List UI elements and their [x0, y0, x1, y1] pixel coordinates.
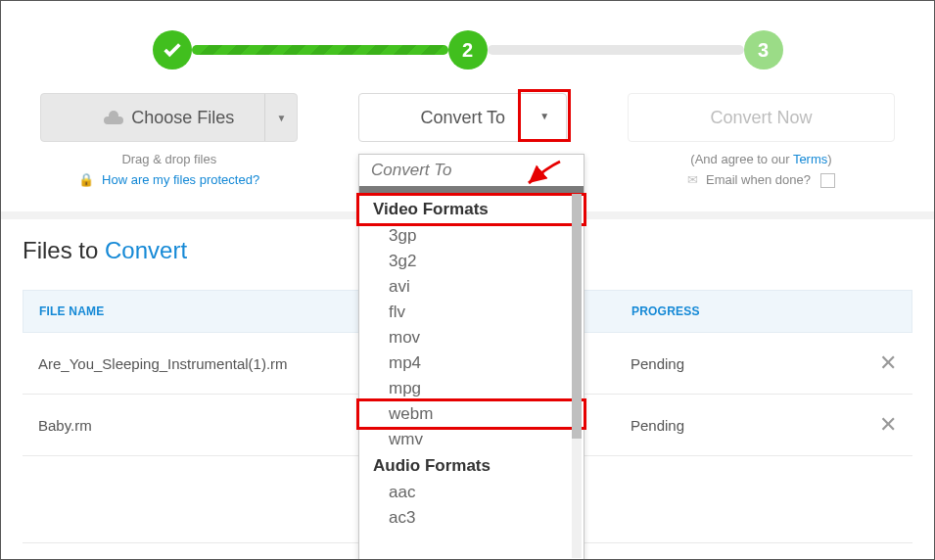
check-icon [162, 39, 183, 61]
agree-terms: (And agree to our Terms) [628, 152, 895, 166]
lock-icon: 🔒 [78, 172, 94, 187]
dropdown-item-flv[interactable]: flv [359, 300, 584, 325]
progress-bar-2 [488, 45, 744, 55]
choose-files-dropdown-toggle[interactable]: ▼ [264, 94, 297, 141]
dropdown-item-ac3[interactable]: ac3 [359, 505, 584, 531]
step-2-active: 2 [448, 30, 488, 70]
dropdown-item-mov[interactable]: mov [359, 325, 584, 350]
file-progress: Pending [631, 417, 867, 434]
drag-drop-hint: Drag & drop files [40, 152, 299, 166]
progress-bar-1 [192, 45, 448, 55]
email-when-done-checkbox[interactable] [820, 173, 835, 188]
file-progress: Pending [631, 355, 867, 372]
step-indicator: 2 3 [1, 1, 934, 93]
convert-to-label: Convert To [420, 108, 505, 128]
dropdown-category-audio: Audio Formats [359, 452, 584, 480]
annotation-arrow-icon [523, 160, 562, 189]
dropdown-item-wmv[interactable]: wmv [359, 427, 584, 452]
step-1-done [153, 30, 192, 70]
col-progress: PROGRESS [631, 304, 866, 318]
choose-files-button[interactable]: ↑ Choose Files ▼ [40, 93, 298, 142]
convert-now-button[interactable]: Convert Now [628, 93, 895, 142]
dropdown-item-3g2[interactable]: 3g2 [359, 249, 584, 274]
dropdown-item-avi[interactable]: avi [359, 274, 584, 300]
convert-to-button[interactable]: Convert To ▼ [358, 93, 567, 142]
cloud-upload-icon: ↑ [104, 111, 123, 124]
email-when-done-label: Email when done? [706, 172, 811, 187]
files-protected-link[interactable]: How are my files protected? [102, 172, 259, 187]
dropdown-item-mp4[interactable]: mp4 [359, 350, 584, 376]
remove-file-button[interactable]: ✕ [867, 350, 897, 376]
dropdown-scrollbar-thumb[interactable] [572, 194, 582, 439]
mail-icon: ✉ [687, 172, 698, 187]
convert-to-dropdown-toggle[interactable]: ▼ [518, 89, 571, 142]
step-3-future: 3 [744, 30, 783, 70]
convert-to-dropdown[interactable]: Convert To Video Formats 3gp 3g2 avi flv… [358, 154, 584, 560]
dropdown-category-video: Video Formats [356, 193, 586, 226]
dropdown-item-3gp[interactable]: 3gp [359, 223, 584, 249]
terms-link[interactable]: Terms [793, 152, 827, 166]
dropdown-item-aac[interactable]: aac [359, 480, 584, 505]
remove-file-button[interactable]: ✕ [867, 412, 897, 438]
choose-files-label: Choose Files [131, 108, 234, 128]
convert-now-label: Convert Now [711, 108, 813, 128]
dropdown-item-webm[interactable]: webm [356, 398, 586, 430]
